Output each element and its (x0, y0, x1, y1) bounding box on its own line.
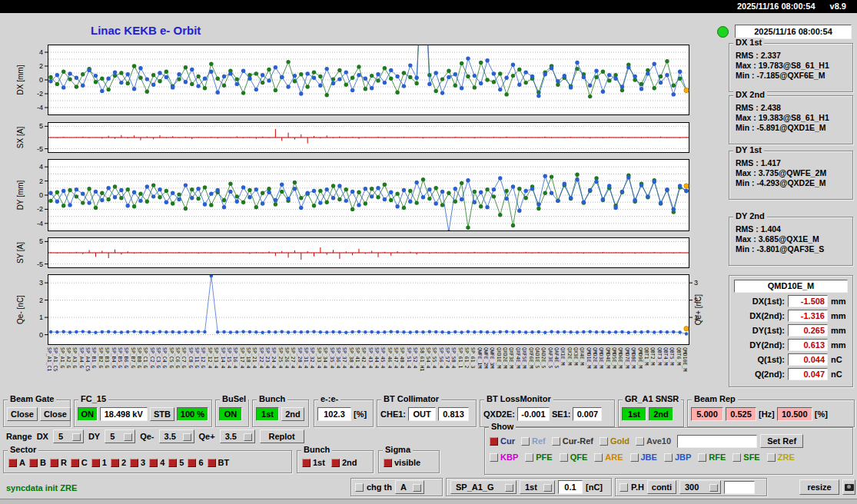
checkbox-indicator (208, 459, 216, 467)
show-row2-item-jbe[interactable]: JBE (630, 453, 657, 462)
sector-group-item-bt[interactable]: BT (208, 458, 230, 467)
sector-group-item-1[interactable]: 1 (91, 458, 107, 467)
sector-group-item-6[interactable]: 6 (188, 458, 203, 467)
checkbox-label: C (81, 458, 88, 467)
bt-collimator-panel: BT Collimator CHE1: OUT 0.813 (377, 400, 477, 427)
beam-gate-close-button-1[interactable]: Close (7, 407, 38, 421)
set-ref-button[interactable]: Set Ref (760, 434, 803, 448)
sector-group-item-c[interactable]: C (71, 458, 88, 467)
sector-group-item-2[interactable]: 2 (111, 458, 126, 467)
show-row2-item-qfe[interactable]: QFE (560, 453, 588, 462)
bpm-label: SP_33_4 (316, 347, 322, 368)
show-row2-item-sfe[interactable]: SFE (732, 453, 759, 462)
monitor-row-value: 0.613 (788, 339, 828, 351)
bpm-label: SP_B5_G (117, 347, 123, 368)
bpm-label: QXF4E_M (515, 347, 521, 368)
show-row1-item-ave10[interactable]: Ave10 (636, 436, 671, 446)
sigma-group-item-visible[interactable]: visible (384, 458, 420, 467)
svg-text:-4: -4 (37, 220, 43, 227)
sector-group-item-5[interactable]: 5 (168, 458, 184, 467)
conti-button[interactable]: conti (647, 480, 676, 494)
beam-rep-percent-display: 10.500 (777, 407, 812, 421)
ref-name-input[interactable] (677, 435, 757, 448)
range-dx-select[interactable]: 5 (53, 429, 84, 443)
monitor-row-dx1: DX(1st): -1.508 mm (729, 295, 846, 307)
checkbox-indicator (594, 453, 603, 462)
chg-th-checkbox[interactable] (355, 483, 364, 492)
bpm-label: SP_42_4 (360, 347, 367, 368)
bpm-label: SP_43_4 (367, 347, 374, 368)
bpm-label: SP_14_4 (220, 347, 226, 368)
sector-group-item-a[interactable]: A (8, 458, 25, 467)
bunchsel-group-item-2nd[interactable]: 2nd (331, 458, 357, 467)
bpm-label: SP_C3_G (155, 347, 161, 368)
sector-group-item-3[interactable]: 3 (130, 458, 145, 467)
ph-checkbox[interactable] (619, 483, 628, 492)
sigma-checkbox-group: visible (379, 458, 439, 467)
checkbox-label: RFE (709, 453, 726, 462)
fc15-panel: FC_15 ON 18.498 kV STB 100 % (74, 400, 212, 427)
interval-input[interactable] (724, 481, 755, 494)
bpm-label: SP_41_4 (354, 347, 360, 368)
checkbox-label: BT (218, 458, 230, 467)
charge-ratio-value: 102.3 (317, 407, 351, 421)
show-row2-item-rfe[interactable]: RFE (698, 453, 726, 462)
bpm-label: QAF3E_S (547, 347, 553, 368)
beam-gate-title: Beam Gate (8, 394, 56, 403)
bunch-number-select[interactable]: 1st (520, 480, 555, 494)
sector-group-item-4[interactable]: 4 (149, 458, 164, 467)
svg-text:Qe+ [nC]: Qe+ [nC] (694, 294, 703, 326)
bpm-label: QAD2E_S (540, 347, 546, 368)
dx-1st-max: Max : 19.783@S8_61_H1 (729, 60, 852, 70)
bpm-label: SP_38_4 (348, 347, 354, 368)
show-row2-item-pfe[interactable]: PFE (525, 453, 552, 462)
show-row2-item-zre[interactable]: ZRE (767, 453, 795, 462)
bunch-2nd-button[interactable]: 2nd (281, 407, 304, 421)
checkbox-label: 6 (198, 458, 203, 467)
range-qe-plus-select[interactable]: 3.5 (220, 429, 255, 443)
sector-group-item-r[interactable]: R (50, 458, 67, 467)
interval-select[interactable]: 300 (679, 480, 721, 494)
show-row1-item-ref[interactable]: Ref (521, 436, 546, 446)
beam-gate-close-button-2[interactable]: Close (40, 407, 71, 421)
threshold-mode-select[interactable]: A (395, 480, 424, 494)
svg-text:DX [mm]: DX [mm] (16, 65, 25, 94)
bunchsel-group-item-1st[interactable]: 1st (302, 458, 325, 467)
dy-2nd-max: Max : 3.685@QX1E_M (729, 234, 852, 244)
monitor-row-unit: nC (831, 370, 846, 379)
range-qe-minus-select[interactable]: 3.5 (159, 429, 194, 443)
sector-title: Sector (8, 445, 38, 454)
replot-button[interactable]: Replot (260, 429, 304, 443)
bpm-label: SP_56_4 (438, 347, 444, 368)
bpm-label: QX2E_M (566, 347, 573, 365)
svg-text:4: 4 (39, 163, 43, 171)
dy-1st-stats-title: DY 1st (733, 145, 764, 154)
bunch-checkbox-group: 1st2nd (297, 458, 373, 467)
bunch-status-panel: Bunch 1st 2nd (252, 400, 309, 427)
dx-2nd-stats-panel: DX 2nd RMS : 2.438 Max : 19.383@S8_61_H1… (729, 95, 853, 144)
show-row1-item-cur[interactable]: Cur (490, 436, 515, 446)
fc15-on-indicator: ON (78, 407, 98, 421)
show-title: Show (489, 422, 516, 431)
show-row2-item-are[interactable]: ARE (594, 453, 623, 462)
checkbox-label: Ref (532, 436, 546, 446)
show-row2-item-jbp[interactable]: JBP (664, 453, 691, 462)
checkbox-label: Ave10 (646, 436, 671, 446)
range-dy-select[interactable]: 5 (105, 429, 135, 443)
bpm-label: QWFE_3M (489, 347, 495, 368)
resize-button[interactable]: resize (799, 479, 839, 495)
show-row1-item-cur-ref[interactable]: Cur-Ref (552, 436, 593, 446)
sp-monitor-select[interactable]: SP_A1_G (450, 480, 517, 494)
show-row1-item-gold[interactable]: Gold (600, 436, 629, 446)
fc15-stb-button[interactable]: STB (150, 407, 174, 421)
bt-collimator-row: CHE1: OUT 0.813 (377, 407, 476, 421)
charge-ratio-row: 102.3 [%] (314, 407, 373, 421)
selected-monitor-name: QMD10E_M (734, 280, 848, 293)
snapshot-camera-button[interactable] (842, 479, 855, 495)
sector-group-item-b[interactable]: B (29, 458, 46, 467)
beam-rep-value2-display: 0.525 (726, 407, 756, 421)
threshold-input[interactable]: 0.1 (558, 480, 583, 494)
bunch-status-title: Bunch (257, 394, 287, 403)
sigma-title: Sigma (383, 445, 413, 454)
show-row2-item-kbp[interactable]: KBP (490, 453, 518, 462)
